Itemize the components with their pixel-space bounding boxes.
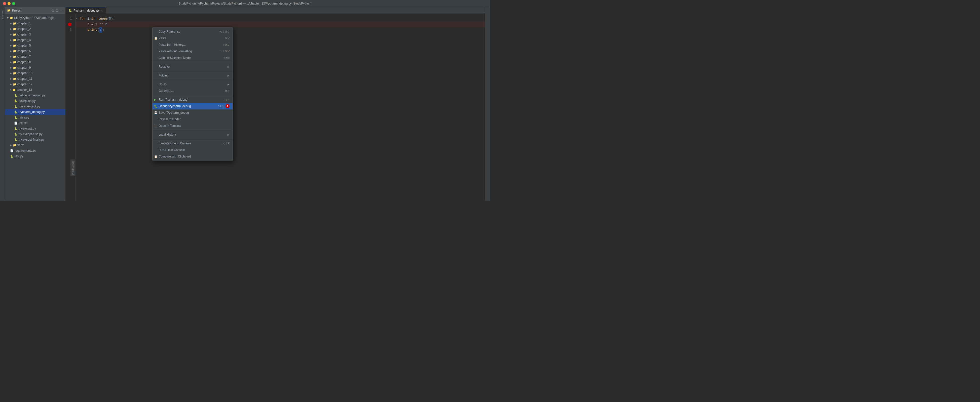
tree-item-more-except[interactable]: 🐍 more_except.py (5, 104, 65, 109)
panel-header-actions: ⊙ ⚙ — (51, 8, 63, 13)
menu-item-copy-reference[interactable]: Copy Reference ⌥⇧⌘C (153, 29, 232, 35)
panel-sync-icon[interactable]: ⊙ (51, 8, 54, 13)
menu-label: Local History (159, 133, 226, 137)
folder-icon: 📁 (13, 83, 16, 86)
folder-icon: 📁 (13, 22, 16, 25)
tree-item-chapter2[interactable]: ▶ 📁 chapter_2 (5, 26, 65, 32)
menu-item-folding[interactable]: Folding ▶ (153, 72, 232, 79)
submenu-arrow: ▶ (228, 133, 229, 136)
expand-icon: ▶ (10, 78, 12, 80)
panel-minimize-icon[interactable]: — (60, 8, 63, 13)
menu-item-save[interactable]: 💾 Save 'Pycharm_debug' (153, 110, 232, 116)
py-file-icon: 🐍 (14, 133, 18, 136)
tree-item-try-except-else[interactable]: 🐍 try-except-else.py (5, 131, 65, 137)
menu-item-refactor[interactable]: Refactor ▶ (153, 64, 232, 70)
menu-item-debug[interactable]: 🐛 Debug 'Pycharm_debug' ^⇧D 1 (153, 103, 232, 110)
folder-icon: 📁 (13, 38, 16, 42)
tree-item-exception[interactable]: 🐍 exception.py (5, 98, 65, 104)
expand-icon: ▾ (10, 89, 11, 91)
indent-spaces (80, 22, 88, 27)
tree-item-chapter7[interactable]: ▶ 📁 chapter_7 (5, 54, 65, 59)
tree-item-chapter5[interactable]: ▶ 📁 chapter_5 (5, 43, 65, 48)
tree-item-chapter12[interactable]: ▶ 📁 chapter_12 (5, 81, 65, 87)
editor-area: 🐍 Pycharm_debug ▾ ▶ 🐛 ⋯ 🔍 2 🐍 Pycharm_de… (65, 7, 485, 201)
tree-root[interactable]: ▾ 📁 StudyPython ~/PycharmProje… (5, 15, 65, 21)
tree-item-chapter13[interactable]: ▾ 📁 chapter_13 (5, 87, 65, 92)
menu-label: Refactor (159, 65, 226, 68)
tree-item-chapter1[interactable]: ▶ 📁 chapter_1 (5, 21, 65, 26)
menu-item-terminal[interactable]: ⬛ Open in Terminal (153, 122, 232, 129)
menu-shortcut: ^⇧D (218, 105, 223, 108)
fn-range: range (97, 16, 107, 22)
tree-item-chapter6[interactable]: ▶ 📁 chapter_6 (5, 48, 65, 54)
tree-item-label: define_exception.py (19, 94, 46, 97)
project-tree: ▾ 📁 StudyPython ~/PycharmProje… ▶ 📁 chap… (5, 14, 65, 201)
menu-item-paste-history[interactable]: Paste from History... ⇧⌘V (153, 41, 232, 48)
menu-item-execute-line[interactable]: Execute Line in Console ⌥⇧E (153, 140, 232, 147)
tree-item-chapter10[interactable]: ▶ 📁 chapter_10 (5, 70, 65, 76)
tree-item-chapter11[interactable]: ▶ 📁 chapter_11 (5, 76, 65, 81)
tree-item-test-py[interactable]: 🐍 test.py (5, 153, 65, 159)
expand-icon: ▶ (10, 28, 12, 30)
tree-item-chapter3[interactable]: ▶ 📁 chapter_3 (5, 32, 65, 37)
menu-item-paste-no-format[interactable]: Paste without Formatting ⌥⇧⌘V (153, 48, 232, 55)
tree-root-label: StudyPython ~/PycharmProje… (14, 16, 57, 20)
panel-settings-icon[interactable]: ⚙ (56, 8, 59, 13)
var-i2: i (95, 22, 97, 27)
tree-item-define-exception[interactable]: 🐍 define_exception.py (5, 92, 65, 98)
close-button[interactable] (3, 2, 6, 5)
menu-item-generate[interactable]: Generate... ⌘N (153, 87, 232, 94)
menu-item-compare-clipboard[interactable]: 📋 Compare with Clipboard (153, 153, 232, 160)
expand-icon: ▶ (10, 22, 12, 25)
tree-item-venv[interactable]: ▶ 📁 venv (5, 142, 65, 148)
menu-item-run[interactable]: ▶ Run 'Pycharm_debug' ^⇧R (153, 96, 232, 103)
menu-label: Execute Line in Console (159, 141, 220, 145)
sidebar-item-structure[interactable]: 2: Structure (70, 159, 75, 176)
folder-icon: 📁 (13, 60, 16, 64)
code-content[interactable]: ▾ for i in range ( 5 ) : s = i (75, 14, 485, 201)
menu-item-paste[interactable]: 📋 Paste ⌘V (153, 35, 232, 41)
tree-item-try-except[interactable]: 🐍 try-except.py (5, 126, 65, 131)
tree-item-chapter9[interactable]: ▶ 📁 chapter_9 (5, 65, 65, 70)
menu-label: Debug 'Pycharm_debug' (159, 105, 216, 108)
folder-icon: 📁 (13, 144, 16, 147)
py-file-icon: 🐍 (14, 94, 18, 97)
tree-item-chapter8[interactable]: ▶ 📁 chapter_8 (5, 59, 65, 65)
keyword-for: for (80, 16, 85, 22)
tree-item-label: Pycharm_debug.py (19, 110, 45, 114)
menu-item-column-selection[interactable]: Column Selection Mode ⇧⌘8 (153, 55, 232, 61)
tree-root-expand-icon: ▾ (7, 16, 8, 20)
folder-icon: 📁 (13, 49, 16, 53)
tree-item-raise[interactable]: 🐍 raise.py (5, 115, 65, 120)
menu-item-goto[interactable]: Go To ▶ (153, 81, 232, 87)
code-line-3: print ( s ) (80, 27, 485, 33)
breakpoint-marker[interactable] (68, 23, 72, 26)
folder-icon: 📁 (7, 9, 11, 12)
keyword-in: in (91, 16, 95, 22)
py-file-icon: 🐍 (10, 155, 14, 158)
menu-item-reveal[interactable]: Reveal in Finder (153, 116, 232, 122)
tree-item-label: chapter_6 (18, 49, 31, 53)
tree-item-text-txt[interactable]: 📄 text.txt (5, 120, 65, 126)
tree-item-try-except-finally[interactable]: 🐍 try-except-finally.py (5, 137, 65, 142)
minimize-button[interactable] (8, 2, 11, 5)
menu-item-local-history[interactable]: Local History ▶ (153, 131, 232, 138)
expand-icon: ▶ (10, 44, 12, 47)
tab-close-button[interactable]: × (101, 9, 102, 12)
tree-item-chapter4[interactable]: ▶ 📁 chapter_4 (5, 37, 65, 43)
tree-item-requirements[interactable]: 📄 requirements.txt (5, 148, 65, 153)
power-op: ** (99, 22, 103, 27)
menu-item-run-file-console[interactable]: Run File in Console (153, 147, 232, 153)
maximize-button[interactable] (12, 2, 15, 5)
titlebar: StudyPython [~/PycharmProjects/StudyPyth… (0, 0, 490, 7)
tree-item-label: chapter_5 (18, 44, 31, 47)
code-editor[interactable]: 1 2 3 ▾ for i in range ( 5 ) : (65, 14, 485, 201)
tree-item-label: chapter_7 (18, 55, 31, 58)
tab-pycharm-debug[interactable]: 🐍 Pycharm_debug.py × (65, 7, 106, 14)
tree-item-label: venv (18, 143, 24, 147)
fold-arrow[interactable]: ▾ (76, 16, 78, 22)
tree-item-pycharm-debug[interactable]: 🐍 Pycharm_debug.py (5, 109, 65, 115)
sidebar-item-project[interactable]: 1: Project (1, 9, 4, 20)
paste-icon: 📋 (154, 37, 158, 40)
window-title: StudyPython [~/PycharmProjects/StudyPyth… (179, 2, 311, 5)
